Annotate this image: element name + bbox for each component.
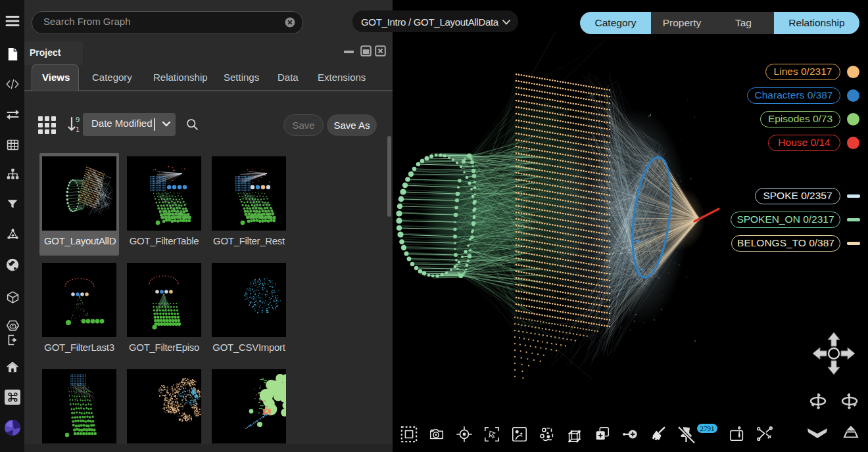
svg-text:1: 1	[76, 125, 80, 133]
svg-text:9: 9	[76, 116, 80, 124]
